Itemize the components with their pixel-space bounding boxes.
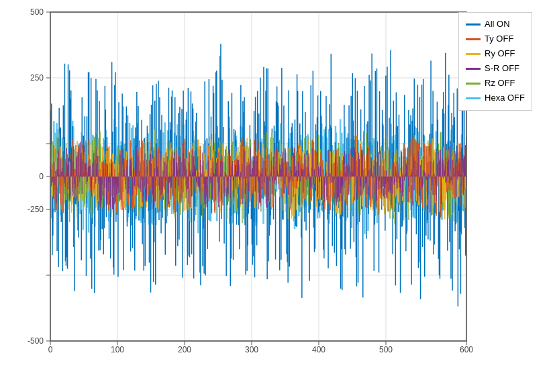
legend-color-rz-off (466, 83, 481, 85)
svg-rect-1780 (436, 155, 437, 177)
svg-rect-3310 (248, 177, 249, 191)
svg-rect-3407 (315, 177, 316, 191)
svg-rect-3543 (409, 177, 410, 177)
svg-rect-2759 (282, 177, 283, 197)
svg-text:0: 0 (48, 345, 53, 354)
svg-rect-3611 (457, 146, 458, 177)
svg-rect-3090 (95, 177, 96, 184)
svg-rect-3368 (288, 177, 289, 195)
svg-rect-2725 (258, 170, 260, 177)
svg-rect-3414 (320, 166, 321, 177)
svg-rect-2792 (305, 177, 306, 185)
svg-rect-3615 (460, 158, 460, 177)
svg-rect-3576 (432, 177, 433, 195)
svg-rect-3501 (381, 151, 381, 177)
svg-rect-3553 (417, 170, 417, 177)
svg-rect-3122 (117, 177, 118, 188)
svg-rect-2898 (379, 177, 380, 213)
svg-rect-3204 (174, 159, 175, 177)
svg-rect-3083 (91, 177, 91, 187)
svg-rect-3550 (415, 161, 415, 177)
svg-rect-3078 (87, 177, 88, 182)
svg-rect-1880 (89, 177, 90, 191)
svg-rect-3360 (283, 162, 283, 177)
svg-rect-2616 (183, 177, 184, 193)
svg-rect-3542 (409, 177, 409, 192)
svg-rect-3270 (220, 161, 221, 177)
svg-rect-2488 (94, 177, 95, 189)
svg-rect-3483 (368, 177, 368, 195)
svg-rect-3290 (234, 175, 235, 177)
svg-rect-3619 (462, 157, 463, 177)
svg-rect-2589 (164, 177, 166, 190)
svg-rect-3535 (404, 177, 405, 181)
svg-rect-2871 (360, 144, 361, 177)
svg-rect-3458 (350, 150, 351, 177)
svg-rect-3402 (312, 148, 313, 177)
svg-rect-3340 (269, 154, 270, 177)
svg-rect-3203 (174, 152, 174, 177)
svg-rect-2775 (293, 177, 295, 197)
svg-rect-3539 (407, 148, 407, 177)
svg-rect-2821 (325, 177, 326, 185)
svg-rect-3142 (132, 158, 132, 177)
svg-rect-3075 (85, 163, 86, 177)
svg-rect-3411 (318, 166, 319, 177)
svg-rect-3062 (76, 157, 77, 177)
svg-rect-2496 (99, 169, 101, 177)
svg-text:600: 600 (460, 345, 473, 354)
svg-rect-3030 (54, 162, 54, 177)
svg-rect-3356 (280, 164, 281, 177)
svg-rect-3219 (185, 166, 186, 177)
svg-rect-3206 (176, 150, 177, 177)
svg-rect-3056 (72, 177, 72, 196)
svg-rect-3205 (175, 177, 176, 189)
svg-rect-3240 (199, 177, 200, 193)
svg-rect-2692 (236, 177, 237, 189)
svg-rect-3199 (171, 177, 172, 187)
svg-rect-3114 (112, 177, 113, 209)
svg-rect-3306 (245, 177, 246, 194)
svg-rect-3489 (372, 177, 373, 199)
svg-rect-3610 (456, 177, 457, 197)
svg-rect-3159 (144, 160, 144, 177)
svg-rect-2716 (252, 177, 254, 194)
svg-rect-2557 (142, 141, 143, 177)
svg-rect-3347 (274, 166, 274, 177)
legend-item-all-on: All ON (466, 17, 525, 32)
svg-rect-3304 (244, 177, 244, 179)
svg-rect-3049 (67, 165, 68, 177)
svg-rect-2925 (397, 177, 399, 189)
svg-rect-1931 (124, 177, 126, 208)
svg-rect-2714 (251, 177, 252, 199)
svg-rect-2363 (423, 177, 425, 211)
svg-rect-3333 (264, 177, 264, 183)
svg-rect-2825 (328, 177, 329, 205)
svg-rect-3515 (390, 177, 391, 193)
svg-rect-3255 (210, 177, 211, 183)
svg-rect-2638 (198, 173, 199, 177)
svg-rect-3252 (208, 161, 209, 177)
svg-rect-3377 (295, 148, 295, 177)
svg-rect-3271 (221, 177, 221, 200)
svg-text:0: 0 (39, 172, 44, 181)
svg-rect-3135 (127, 177, 128, 194)
svg-rect-2899 (379, 166, 381, 177)
svg-rect-3519 (393, 152, 394, 177)
svg-rect-3166 (148, 177, 149, 177)
svg-text:200: 200 (178, 345, 191, 354)
svg-rect-3055 (71, 148, 72, 177)
svg-rect-3548 (413, 157, 413, 177)
svg-rect-3573 (430, 162, 431, 177)
svg-rect-3241 (200, 160, 201, 177)
svg-rect-3245 (203, 177, 203, 184)
svg-rect-3098 (101, 177, 101, 200)
svg-rect-3236 (197, 177, 197, 187)
svg-rect-3461 (353, 171, 354, 177)
svg-rect-3251 (207, 177, 208, 180)
svg-rect-3258 (212, 177, 213, 198)
chart-legend: All ON Ty OFF Ry OFF S-R OFF Rz OFF Hexa… (458, 12, 532, 111)
svg-rect-3443 (340, 177, 341, 193)
svg-rect-3584 (438, 152, 439, 177)
svg-rect-3254 (209, 177, 210, 177)
